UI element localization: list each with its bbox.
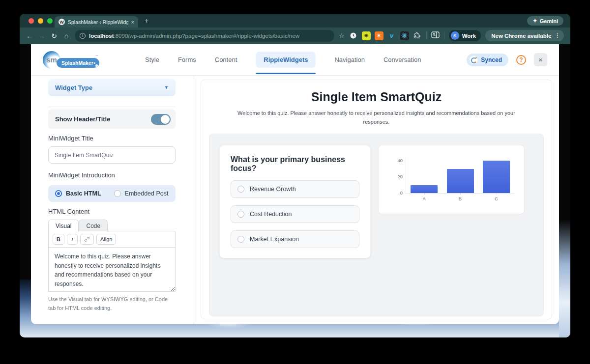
link-button[interactable] — [80, 234, 94, 245]
profile-label: Work — [462, 33, 476, 39]
zoom-window-button[interactable] — [47, 18, 53, 24]
synced-label: Synced — [481, 56, 502, 63]
profile-avatar: S — [451, 31, 459, 40]
show-header-label: Show Header/Title — [55, 115, 110, 123]
preview-area: Single Item SmartQuiz Welcome to this qu… — [194, 76, 559, 324]
tab-close-icon[interactable]: × — [131, 19, 134, 25]
help-icon[interactable]: ? — [516, 55, 526, 65]
chart-bar-C — [483, 161, 510, 193]
bold-button[interactable]: B — [53, 234, 64, 245]
forward-icon[interactable]: → — [38, 32, 46, 40]
vimeo-extension-icon[interactable]: v — [387, 31, 396, 40]
extensions-row: ✳ ✶ v — [349, 31, 422, 40]
trademark-symbol: ™ — [95, 55, 98, 57]
minimize-window-button[interactable] — [38, 18, 43, 24]
show-header-row: Show Header/Title — [48, 110, 176, 129]
sprocket-extension-icon[interactable]: ✶ — [375, 31, 384, 40]
asterisk-extension-icon[interactable]: ✳ — [362, 31, 371, 40]
browser-toolbar: ← → ↻ ⌂ i localhost:8090/wp-admin/admin.… — [20, 28, 570, 44]
close-panel-button[interactable]: × — [534, 53, 547, 66]
react-extension-icon[interactable] — [400, 31, 409, 40]
page-viewport: sm SplashMaker ™ Style Forms Content Rip… — [20, 44, 570, 337]
option-cost-reduction[interactable]: Cost Reduction — [231, 205, 359, 223]
chrome-update-button[interactable]: New Chrome available ⋮ — [485, 30, 564, 41]
bookmark-star-icon[interactable]: ☆ — [339, 32, 345, 39]
browser-tab[interactable]: W SplashMaker ‹ RippleWidget × — [55, 16, 138, 28]
radio-unselected-icon[interactable] — [237, 186, 244, 193]
editor-toolbar: B I Align — [49, 231, 175, 248]
option-market-expansion[interactable]: Market Expansion — [231, 230, 359, 248]
widget-type-label: Widget Type — [55, 84, 92, 91]
tab-visual[interactable]: Visual — [48, 220, 79, 231]
chart-plot: ABC02040 — [406, 157, 514, 194]
app-content: Widget Type ▼ Show Header/Title MiniWidg… — [31, 76, 559, 324]
reload-icon[interactable]: ↻ — [50, 32, 58, 40]
window-controls[interactable] — [29, 18, 53, 24]
home-icon[interactable]: ⌂ — [62, 32, 70, 40]
chart-y-label: 20 — [390, 174, 403, 179]
toolbar-divider — [444, 32, 444, 40]
nav-tab-conversation[interactable]: Conversation — [384, 56, 421, 63]
back-icon[interactable]: ← — [26, 32, 33, 40]
html-content-textarea[interactable]: Welcome to this quiz. Please answer hone… — [49, 248, 175, 291]
chevron-down-icon: ▼ — [164, 85, 169, 90]
site-info-icon[interactable]: i — [80, 33, 86, 39]
miniwidget-intro-label: MiniWidget Introduction — [48, 171, 176, 179]
quiz-subtitle: Welcome to this quiz. Please answer hone… — [234, 109, 519, 126]
sparkle-icon: ✦ — [532, 18, 537, 24]
chart-bar-A — [411, 185, 438, 194]
nav-tab-ripplewidgets[interactable]: RippleWidgets — [256, 52, 316, 68]
question-card: What is your primary business focus? Rev… — [219, 145, 371, 258]
chart-x-label: B — [453, 196, 468, 201]
new-tab-button[interactable]: + — [145, 17, 148, 25]
radio-unselected-icon[interactable] — [237, 236, 244, 243]
align-button[interactable]: Align — [96, 234, 116, 245]
chart-tick-mark — [496, 193, 497, 195]
radio-basic-html[interactable]: Basic HTML — [55, 190, 101, 197]
update-label: New Chrome available — [491, 33, 551, 39]
miniwidget-title-input[interactable] — [48, 146, 176, 164]
radio-selected-icon[interactable] — [55, 190, 62, 197]
radio-embedded-post[interactable]: Embedded Post — [114, 190, 169, 197]
nav-tab-style[interactable]: Style — [145, 56, 159, 63]
kebab-menu-icon[interactable]: ⋮ — [555, 32, 560, 39]
intro-radio-group: Basic HTML Embedded Post — [48, 185, 176, 202]
show-header-toggle[interactable] — [151, 114, 171, 125]
chart-x-label: A — [417, 196, 432, 201]
quiz-body: What is your primary business focus? Rev… — [209, 134, 544, 316]
sync-splash-icon — [470, 56, 477, 64]
clock-extension-icon[interactable] — [349, 31, 358, 40]
chart-tick-mark — [460, 193, 461, 195]
question-text: What is your primary business focus? — [231, 155, 359, 173]
widget-type-accordion[interactable]: Widget Type ▼ — [48, 79, 176, 96]
url-text[interactable]: localhost:8090/wp-admin/admin.php?page=s… — [89, 33, 299, 39]
profile-chip[interactable]: S Work — [449, 30, 481, 41]
chart-bar-B — [447, 169, 474, 194]
extensions-puzzle-icon[interactable] — [413, 31, 422, 40]
gemini-button[interactable]: ✦ Gemini — [527, 16, 563, 26]
splashmaker-logo: sm SplashMaker ™ — [43, 51, 117, 69]
html-editor: B I Align Welcome to this quiz. Please a… — [48, 231, 176, 292]
option-revenue-growth[interactable]: Revenue Growth — [231, 180, 359, 198]
html-content-label: HTML Content — [48, 208, 176, 215]
toolbar-divider — [426, 32, 427, 40]
italic-button[interactable]: I — [67, 234, 78, 245]
nav-tab-forms[interactable]: Forms — [178, 56, 196, 63]
header-actions: Synced ? × — [467, 53, 547, 66]
tab-code[interactable]: Code — [79, 220, 108, 231]
close-window-button[interactable] — [29, 18, 34, 24]
widget-preview-panel: Single Item SmartQuiz Welcome to this qu… — [201, 80, 552, 319]
chart-y-label: 40 — [390, 158, 403, 163]
chart-tick-mark — [424, 193, 425, 195]
side-panel-icon[interactable] — [431, 31, 440, 40]
radio-unselected-icon[interactable] — [114, 190, 121, 197]
tab-strip: W SplashMaker ‹ RippleWidget × + ✦ Gemin… — [20, 14, 570, 28]
water-background-image — [559, 220, 570, 337]
radio-unselected-icon[interactable] — [237, 211, 244, 218]
url-bar[interactable]: i localhost:8090/wp-admin/admin.php?page… — [75, 30, 334, 42]
main-nav: Style Forms Content RippleWidgets Naviga… — [145, 44, 421, 75]
nav-tab-content[interactable]: Content — [215, 56, 237, 63]
quiz-title: Single Item SmartQuiz — [201, 90, 552, 104]
nav-tab-navigation[interactable]: Navigation — [334, 56, 364, 63]
synced-status-badge[interactable]: Synced — [467, 54, 508, 66]
